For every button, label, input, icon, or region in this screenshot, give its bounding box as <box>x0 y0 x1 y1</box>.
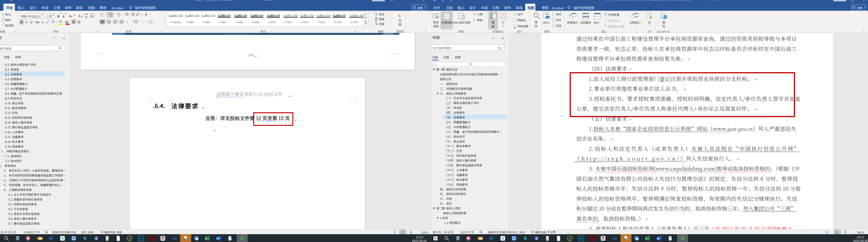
svg-text:100: 100 <box>546 17 549 19</box>
svg-text:S: S <box>664 16 666 18</box>
svg-text:W: W <box>217 237 219 240</box>
svg-text:W: W <box>657 237 659 240</box>
svg-text:X: X <box>646 237 647 240</box>
svg-text:X: X <box>205 237 207 240</box>
svg-text:Ps: Ps <box>580 237 583 240</box>
svg-text:Ps: Ps <box>140 237 143 240</box>
